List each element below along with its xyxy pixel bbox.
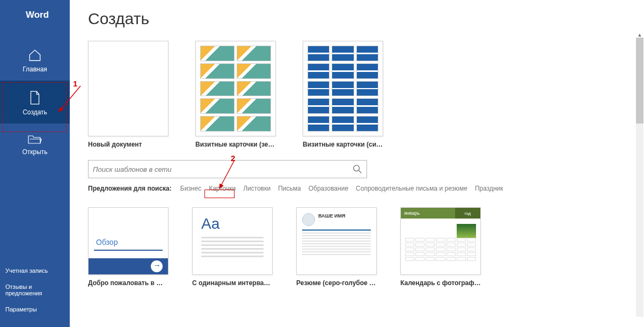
cal-month: январь <box>401 208 455 219</box>
sidebar-item-label: Главная <box>23 66 47 73</box>
template-label: Визитные карточки (си… <box>303 141 383 148</box>
avatar-icon <box>302 213 315 226</box>
template-biz-blue[interactable]: Визитные карточки (си… <box>303 41 383 148</box>
scrollbar[interactable]: ▲ <box>636 38 643 317</box>
template-blank[interactable]: Новый документ <box>88 41 169 148</box>
template-label: Новый документ <box>88 141 169 148</box>
template-label: Календарь с фотографией <box>400 279 481 287</box>
footer-options[interactable]: Параметры <box>0 301 70 317</box>
cal-photo <box>457 224 476 238</box>
suggestion-tag[interactable]: Образование <box>309 185 348 192</box>
app-title: Word <box>0 0 70 20</box>
suggestion-tag[interactable]: Листовки <box>243 185 270 192</box>
search-section: Предложения для поиска: Бизнес Карточки … <box>88 160 618 192</box>
home-icon <box>28 48 42 62</box>
svg-line-2 <box>59 86 80 112</box>
suggestion-tag[interactable]: Письма <box>278 185 301 192</box>
template-thumb: Aa <box>192 207 273 275</box>
svg-line-3 <box>219 160 235 188</box>
cal-year: год <box>455 208 480 219</box>
page-title: Создать <box>88 10 618 28</box>
sidebar-footer: Учетная запись Отзывы и предложения Пара… <box>0 263 70 317</box>
template-thumb: Обзор <box>88 207 169 275</box>
template-thumb <box>195 41 276 136</box>
cal-grid <box>405 238 476 261</box>
cards-preview <box>196 41 275 136</box>
annotation-arrow-1 <box>56 85 83 117</box>
footer-feedback[interactable]: Отзывы и предложения <box>0 279 70 301</box>
template-thumb <box>303 41 383 136</box>
resume-name: ВАШЕ ИМЯ <box>318 213 346 219</box>
sidebar-item-label: Открыть <box>22 148 47 156</box>
template-welcome[interactable]: Обзор Добро пожаловать в Word <box>88 207 169 287</box>
obzor-text: Обзор <box>96 238 118 246</box>
footer-account[interactable]: Учетная запись <box>0 263 70 279</box>
template-resume[interactable]: ВАШЕ ИМЯ … Резюме (серо-голубое о… <box>296 207 377 287</box>
scroll-up-icon[interactable]: ▲ <box>636 32 643 38</box>
templates-top-row: Новый документ Визитные карточки (зе… Ви… <box>88 41 618 148</box>
annotation-arrow-2 <box>207 159 239 191</box>
template-thumb <box>88 41 169 136</box>
cards-preview <box>303 41 383 136</box>
template-thumb: январь год <box>400 207 481 275</box>
suggestion-tag[interactable]: Бизнес <box>180 185 201 192</box>
svg-point-0 <box>354 165 360 171</box>
scrollbar-thumb[interactable] <box>636 38 643 123</box>
template-calendar[interactable]: январь год Календарь с фотографией <box>400 207 481 287</box>
folder-open-icon <box>27 133 42 145</box>
sidebar-item-home[interactable]: Главная <box>0 39 70 81</box>
arrow-right-icon <box>151 260 163 272</box>
resume-sub: … <box>318 219 346 222</box>
templates-bottom-row: Обзор Добро пожаловать в Word Aa С одина… <box>88 207 618 287</box>
search-icon[interactable] <box>353 164 362 174</box>
template-thumb: ВАШЕ ИМЯ … <box>296 207 377 275</box>
template-label: С одинарным интервало… <box>192 279 273 287</box>
template-biz-green[interactable]: Визитные карточки (зе… <box>195 41 276 148</box>
suggestion-tag[interactable]: Сопроводительные письма и резюме <box>356 185 467 192</box>
svg-line-1 <box>359 171 362 173</box>
aa-text: Aa <box>201 215 264 232</box>
template-label: Визитные карточки (зе… <box>195 141 276 148</box>
template-label: Резюме (серо-голубое о… <box>296 279 377 287</box>
main-panel: Создать Новый документ Визитные карточки… <box>70 0 636 327</box>
search-suggestions: Предложения для поиска: Бизнес Карточки … <box>88 185 618 192</box>
suggestion-tag[interactable]: Праздник <box>475 185 503 192</box>
sidebar: Word Главная Создать Открыть Учетная зап… <box>0 0 70 327</box>
template-single-space[interactable]: Aa С одинарным интервало… <box>192 207 273 287</box>
suggestions-label: Предложения для поиска: <box>88 185 172 192</box>
template-label: Добро пожаловать в Word <box>88 279 169 287</box>
